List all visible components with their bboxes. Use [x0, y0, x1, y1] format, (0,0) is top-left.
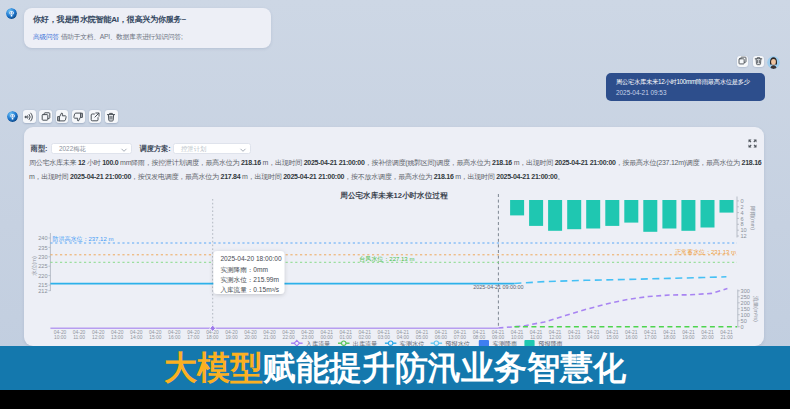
svg-text:18:00: 18:00: [206, 335, 219, 340]
svg-text:流量(m³/s): 流量(m³/s): [752, 296, 759, 322]
svg-text:水位(m): 水位(m): [30, 256, 36, 277]
svg-text:降雨(mm): 降雨(mm): [750, 206, 756, 230]
svg-text:12: 12: [740, 233, 746, 239]
svg-text:01:00: 01:00: [339, 335, 352, 340]
svg-text:19:00: 19:00: [682, 335, 695, 340]
svg-text:16:00: 16:00: [625, 335, 638, 340]
svg-text:18:00: 18:00: [663, 335, 676, 340]
svg-text:235: 235: [38, 245, 47, 251]
svg-text:20:00: 20:00: [701, 335, 714, 340]
svg-text:10:00: 10:00: [54, 335, 67, 340]
svg-text:0: 0: [740, 324, 743, 330]
svg-text:20:00: 20:00: [244, 335, 257, 340]
svg-text:正常蓄水位：231.13 m: 正常蓄水位：231.13 m: [675, 249, 736, 255]
svg-text:225: 225: [38, 263, 47, 269]
svg-text:11:00: 11:00: [73, 335, 85, 340]
svg-text:入库流量：0.15m³/s: 入库流量：0.15m³/s: [220, 286, 279, 294]
svg-text:240: 240: [38, 235, 47, 241]
svg-text:212: 212: [38, 288, 47, 294]
svg-text:230: 230: [38, 254, 47, 260]
svg-text:19:00: 19:00: [225, 335, 238, 340]
svg-text:12:00: 12:00: [92, 335, 105, 340]
svg-text:03:00: 03:00: [377, 335, 390, 340]
svg-text:2025-04-20 18:00:00: 2025-04-20 18:00:00: [220, 255, 282, 262]
svg-text:防洪高水位：237.12 m: 防洪高水位：237.12 m: [52, 235, 113, 243]
svg-text:08:00: 08:00: [472, 335, 485, 340]
svg-text:17:00: 17:00: [187, 335, 200, 340]
svg-text:13:00: 13:00: [111, 335, 124, 340]
svg-text:台风水位：227.13 m: 台风水位：227.13 m: [359, 256, 414, 263]
svg-text:21:00: 21:00: [263, 335, 276, 340]
svg-text:21:00: 21:00: [720, 335, 733, 340]
svg-text:15:00: 15:00: [606, 335, 619, 340]
svg-text:14:00: 14:00: [587, 335, 600, 340]
svg-text:220: 220: [38, 273, 47, 279]
svg-text:14:00: 14:00: [130, 335, 143, 340]
svg-text:22:00: 22:00: [282, 335, 295, 340]
svg-text:实测水位：215.99m: 实测水位：215.99m: [220, 276, 279, 284]
svg-text:16:00: 16:00: [168, 335, 181, 340]
svg-text:实测降雨：0mm: 实测降雨：0mm: [220, 266, 268, 274]
svg-text:13:00: 13:00: [568, 335, 581, 340]
svg-text:周公宅水库未来12小时水位过程: 周公宅水库未来12小时水位过程: [339, 191, 448, 200]
svg-text:15:00: 15:00: [149, 335, 162, 340]
svg-text:2025-04-21 09:00:00: 2025-04-21 09:00:00: [473, 284, 523, 290]
svg-text:17:00: 17:00: [644, 335, 657, 340]
